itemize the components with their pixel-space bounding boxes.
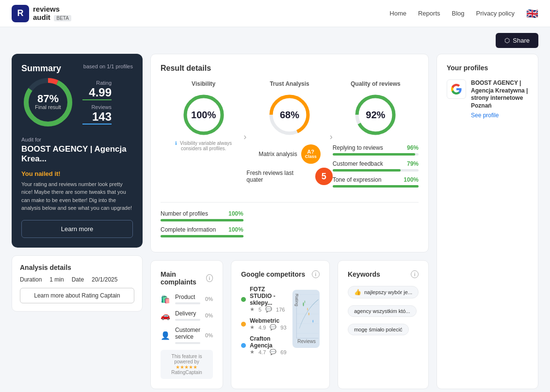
competitors-list: FOTZ STUDIO - sklepy... ★ 5 💬 176 (241, 286, 287, 360)
profiles-scroll[interactable]: BOOST AGENCY | Agencja Kreatywna | stron… (447, 79, 528, 119)
visibility-col: Visibility 100% ℹ Visibility variable al… (161, 80, 246, 192)
summary-title: Summary (21, 63, 61, 74)
tone-pct: 100% (404, 176, 419, 183)
svg-point-20 (307, 308, 308, 311)
complaints-header: Main complaints i (161, 270, 213, 286)
nav-privacy[interactable]: Privacy policy (476, 10, 515, 17)
competitors-content: FOTZ STUDIO - sklepy... ★ 5 💬 176 (241, 286, 320, 360)
learn-rating-captain-button[interactable]: Learn more about Rating Captain (20, 288, 134, 303)
complaint-service: 👤 Customer service 0% (161, 327, 213, 344)
fresh-badge: 5 (315, 168, 333, 185)
service-pct: 0% (205, 332, 213, 338)
product-bar (175, 302, 200, 304)
summary-based-on: based on 1/1 profiles (83, 63, 133, 69)
nav-links: Home Reports Blog Privacy policy 🇬🇧 (389, 8, 538, 19)
share-icon: ⬡ (504, 37, 510, 44)
product-content: Product (175, 294, 200, 304)
replying-pct: 96% (407, 144, 419, 151)
complaints-card: Main complaints i 🛍️ Product 0% 🚗 (150, 260, 223, 389)
learn-more-button[interactable]: Learn more (21, 220, 133, 238)
trust-gauge: 68% (268, 93, 311, 137)
result-details-card: Result details Visibility 100% ℹ Visibi (150, 54, 429, 252)
svg-point-18 (312, 320, 313, 323)
matrix-label: Matrix analysis (259, 151, 297, 157)
nav-reports[interactable]: Reports (418, 10, 440, 17)
comp-dot-2 (241, 322, 246, 327)
replying-row: Replying to reviews 96% (333, 144, 419, 151)
keywords-info[interactable]: i (411, 270, 419, 278)
reviews-value: 143 (82, 110, 112, 124)
visibility-title: Visibility (192, 80, 215, 87)
competitors-header: Google competitors i (241, 270, 320, 278)
chart-area: Reviews Rating (292, 290, 320, 348)
comp-bubble-3: 💬 (270, 349, 276, 355)
logo-audit: audit (33, 13, 50, 21)
competitor-2: Webmetric ★ 4.9 💬 93 (241, 317, 287, 330)
tone-fill (333, 185, 419, 188)
keywords-list: 👍 najlepszy wybór je... agency wszystkim… (348, 286, 419, 339)
profiles-label: Number of profiles (161, 210, 208, 217)
nav-home[interactable]: Home (389, 10, 406, 17)
summary-card: Summary based on 1/1 profiles 87% (12, 54, 143, 248)
product-pct: 0% (205, 296, 213, 302)
powered-by: This feature is powered by ★★★★★ RatingC… (161, 350, 213, 379)
complete-row: Complete information 100% (161, 226, 243, 233)
main-content: Summary based on 1/1 profiles 87% (0, 54, 550, 392)
comp-bubble-2: 💬 (270, 324, 276, 330)
competitors-info[interactable]: i (312, 270, 320, 278)
keyword-text-3: mogę śmiało polecić (354, 327, 403, 332)
service-icon: 👤 (161, 331, 170, 340)
profile-name: BOOST AGENCY | Agencja Kreatywna | stron… (471, 79, 528, 110)
comp-rating-2: 4.9 (259, 325, 266, 330)
service-content: Customer service (175, 327, 200, 344)
complaint-delivery: 🚗 Delivery 0% (161, 310, 213, 321)
donut-text: 87% Final result (35, 94, 61, 110)
comp-name-1: FOTZ STUDIO - sklepy... (250, 286, 287, 306)
nav-blog[interactable]: Blog (452, 10, 465, 17)
comp-details-3: Crafton Agencja ★ 4.7 💬 69 (250, 335, 287, 355)
visibility-bottom: Number of profiles 100% Complete informa… (161, 210, 419, 242)
share-button[interactable]: ⬡ Share (496, 33, 538, 48)
final-pct: 87% (35, 94, 61, 104)
logo-icon: R (12, 5, 29, 22)
complaints-title: Main complaints (161, 270, 206, 286)
logo[interactable]: R reviews audit BETA (12, 5, 71, 22)
keywords-card: Keywords i 👍 najlepszy wybór je... agenc… (338, 260, 429, 389)
comp-details-2: Webmetric ★ 4.9 💬 93 (250, 317, 287, 330)
rating-divider (82, 99, 112, 100)
reviews-label: Reviews (82, 104, 112, 110)
comp-rating-3: 4.7 (259, 349, 266, 355)
comp-meta-2: ★ 4.9 💬 93 (250, 324, 287, 330)
metrics-row: Visibility 100% ℹ Visibility variable al… (161, 80, 419, 203)
profiles-header: Your profiles (447, 64, 528, 72)
chart-reviews-label: Reviews (297, 339, 316, 344)
toolbar: ⬡ Share (0, 27, 550, 54)
audit-name: BOOST AGENCY | Agencja Krea... (21, 144, 133, 164)
keywords-title: Keywords (348, 270, 380, 278)
comp-meta-3: ★ 4.7 💬 69 (250, 349, 287, 355)
rating-score: Rating 4.99 (82, 80, 112, 100)
date-label: Date (72, 276, 84, 283)
quality-col: Quality of reviews 92% Replying to revie… (333, 80, 419, 192)
nailed-it: You nailed it! (21, 170, 133, 177)
comp-star-1: ★ (250, 306, 255, 313)
service-name: Customer service (175, 327, 200, 340)
comp-name-3: Crafton Agencja (250, 335, 287, 349)
see-profile-link[interactable]: See profile (471, 112, 499, 119)
svg-point-16 (303, 302, 304, 306)
final-label: Final result (35, 104, 61, 110)
complaints-info[interactable]: i (206, 274, 213, 282)
svg-point-17 (308, 313, 309, 315)
competitor-3: Crafton Agencja ★ 4.7 💬 69 (241, 335, 287, 355)
feedback-row: Customer feedback 79% (333, 160, 419, 167)
analysis-title: Analysis details (20, 264, 134, 271)
date-value: 20/1/2025 (92, 276, 117, 283)
trust-title: Trust Analysis (270, 80, 309, 87)
rating-value: 4.99 (82, 86, 112, 99)
complaint-product: 🛍️ Product 0% (161, 294, 213, 304)
delivery-pct: 0% (205, 313, 213, 318)
comp-meta-1: ★ 5 💬 176 (250, 306, 287, 313)
visibility-note: ℹ Visibility variable always considers a… (170, 141, 238, 151)
profile-details: BOOST AGENCY | Agencja Kreatywna | stron… (471, 79, 528, 119)
rating-label: Rating (82, 80, 112, 86)
